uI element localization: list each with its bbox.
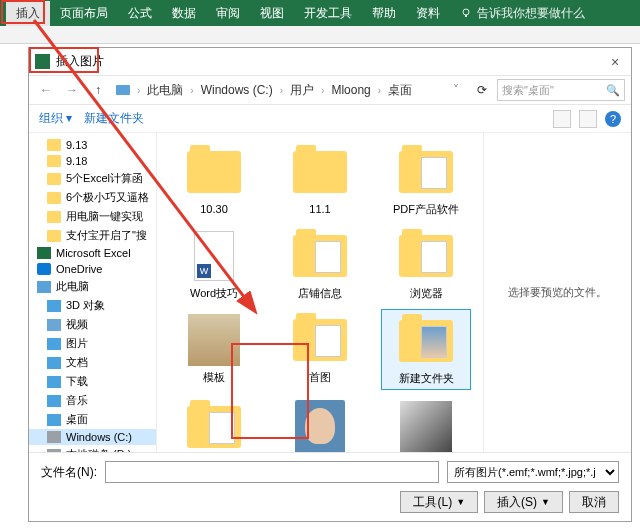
file-thumbnail (394, 144, 458, 200)
file-thumbnail (182, 312, 246, 368)
sidebar-item-label: 本地磁盘 (D:) (66, 447, 131, 452)
insert-button[interactable]: 插入(S)▼ (484, 491, 563, 513)
breadcrumb[interactable]: › 此电脑 › Windows (C:) › 用户 › Mloong › 桌面 (113, 80, 441, 101)
folder-icon (37, 247, 51, 259)
sidebar-item[interactable]: OneDrive (29, 261, 156, 277)
file-item[interactable]: 新建文件夹 (381, 309, 471, 389)
sidebar-item-label: 文档 (66, 355, 88, 370)
sidebar-item-label: 此电脑 (56, 279, 89, 294)
breadcrumb-item[interactable]: 此电脑 (144, 80, 186, 101)
sidebar-item[interactable]: Microsoft Excel (29, 245, 156, 261)
organize-menu[interactable]: 组织 ▾ (39, 110, 72, 127)
search-input[interactable]: 搜索"桌面" 🔍 (497, 79, 625, 101)
folder-icon (47, 395, 61, 407)
sidebar-item[interactable]: 桌面 (29, 410, 156, 429)
folder-icon (47, 338, 61, 350)
sidebar-item[interactable]: 支付宝开启了"搜 (29, 226, 156, 245)
file-label: 店铺信息 (298, 287, 342, 300)
file-grid[interactable]: 10.3011.1PDF产品软件Word技巧店铺信息浏览器模板首图新建文件夹迅捷… (157, 133, 483, 452)
sidebar-item[interactable]: 5个Excel计算函 (29, 169, 156, 188)
refresh-button[interactable]: ⟳ (471, 79, 493, 101)
chevron-right-icon: › (188, 85, 195, 96)
cancel-button[interactable]: 取消 (569, 491, 619, 513)
folder-icon (47, 300, 61, 312)
tab-view[interactable]: 视图 (250, 1, 294, 26)
file-item[interactable]: 0.png (275, 396, 365, 452)
dialog-bottom: 文件名(N): 所有图片(*.emf;*.wmf;*.jpg;*.j 工具(L)… (29, 452, 631, 521)
tell-me[interactable]: 告诉我你想要做什么 (450, 1, 595, 26)
tab-help[interactable]: 帮助 (362, 1, 406, 26)
file-item[interactable]: PDF产品软件 (381, 141, 471, 219)
tab-formula[interactable]: 公式 (118, 1, 162, 26)
bulb-icon (460, 7, 472, 19)
file-thumbnail (288, 228, 352, 284)
preview-panel: 选择要预览的文件。 (483, 133, 631, 452)
file-thumbnail (394, 228, 458, 284)
file-item[interactable]: 10.30 (169, 141, 259, 219)
excel-app-icon (35, 54, 50, 69)
file-item[interactable]: 模板 (169, 309, 259, 389)
file-thumbnail (182, 144, 246, 200)
folder-icon (47, 211, 61, 223)
insert-picture-dialog: 插入图片 × ← → ↑ › 此电脑 › Windows (C:) › 用户 ›… (28, 47, 632, 522)
svg-rect-1 (465, 15, 467, 17)
breadcrumb-item[interactable]: 用户 (287, 80, 317, 101)
close-button[interactable]: × (605, 54, 625, 70)
sidebar-item-label: Windows (C:) (66, 431, 132, 443)
file-item[interactable]: 店铺信息 (275, 225, 365, 303)
sidebar-item[interactable]: 音乐 (29, 391, 156, 410)
sidebar-item[interactable]: 视频 (29, 315, 156, 334)
file-thumbnail (288, 144, 352, 200)
nav-back-button[interactable]: ← (35, 79, 57, 101)
sidebar-item[interactable]: 用电脑一键实现 (29, 207, 156, 226)
sidebar-item[interactable]: 本地磁盘 (D:) (29, 445, 156, 452)
tools-button[interactable]: 工具(L)▼ (400, 491, 478, 513)
sidebar-item[interactable]: 9.18 (29, 153, 156, 169)
folder-icon (47, 431, 61, 443)
tab-data[interactable]: 数据 (162, 1, 206, 26)
view-mode-button[interactable] (553, 110, 571, 128)
file-label: 浏览器 (410, 287, 443, 300)
preview-pane-button[interactable] (579, 110, 597, 128)
new-folder-button[interactable]: 新建文件夹 (84, 110, 144, 127)
file-item[interactable]: 46aeeb747258f1b6ab7e274a036f1add (1).jpg (381, 396, 471, 452)
sidebar-item[interactable]: 6个极小巧又逼格 (29, 188, 156, 207)
sidebar-item-label: 9.18 (66, 155, 87, 167)
tab-resource[interactable]: 资料 (406, 1, 450, 26)
sidebar-item[interactable]: 9.13 (29, 137, 156, 153)
pc-icon (116, 85, 130, 95)
filename-input[interactable] (105, 461, 439, 483)
dialog-body: 9.139.185个Excel计算函6个极小巧又逼格用电脑一键实现支付宝开启了"… (29, 133, 631, 452)
sidebar-item[interactable]: 下载 (29, 372, 156, 391)
nav-forward-button[interactable]: → (61, 79, 83, 101)
file-item[interactable]: 首图 (275, 309, 365, 389)
breadcrumb-dropdown[interactable]: ˅ (445, 79, 467, 101)
breadcrumb-root[interactable] (113, 83, 133, 97)
sidebar-item[interactable]: 图片 (29, 334, 156, 353)
sidebar-item[interactable]: 3D 对象 (29, 296, 156, 315)
sidebar-item[interactable]: 此电脑 (29, 277, 156, 296)
breadcrumb-item[interactable]: Mloong (328, 81, 373, 99)
file-type-filter[interactable]: 所有图片(*.emf;*.wmf;*.jpg;*.j (447, 461, 619, 483)
tab-pagelayout[interactable]: 页面布局 (50, 1, 118, 26)
file-item[interactable]: 11.1 (275, 141, 365, 219)
sidebar-item[interactable]: 文档 (29, 353, 156, 372)
file-label: 首图 (309, 371, 331, 384)
file-item[interactable]: 浏览器 (381, 225, 471, 303)
folder-icon (47, 449, 61, 453)
nav-up-button[interactable]: ↑ (87, 79, 109, 101)
tab-review[interactable]: 审阅 (206, 1, 250, 26)
file-label: PDF产品软件 (393, 203, 459, 216)
file-item[interactable]: Word技巧 (169, 225, 259, 303)
breadcrumb-item[interactable]: 桌面 (385, 80, 415, 101)
sidebar-item[interactable]: Windows (C:) (29, 429, 156, 445)
excel-ribbon (0, 26, 640, 44)
file-label: 11.1 (309, 203, 330, 216)
file-item[interactable]: 迅捷PDF转换器-APP截图(1) (169, 396, 259, 452)
breadcrumb-item[interactable]: Windows (C:) (198, 81, 276, 99)
sidebar[interactable]: 9.139.185个Excel计算函6个极小巧又逼格用电脑一键实现支付宝开启了"… (29, 133, 157, 452)
sidebar-item-label: Microsoft Excel (56, 247, 131, 259)
tab-insert[interactable]: 插入 (6, 1, 50, 26)
help-button[interactable]: ? (605, 111, 621, 127)
tab-dev[interactable]: 开发工具 (294, 1, 362, 26)
